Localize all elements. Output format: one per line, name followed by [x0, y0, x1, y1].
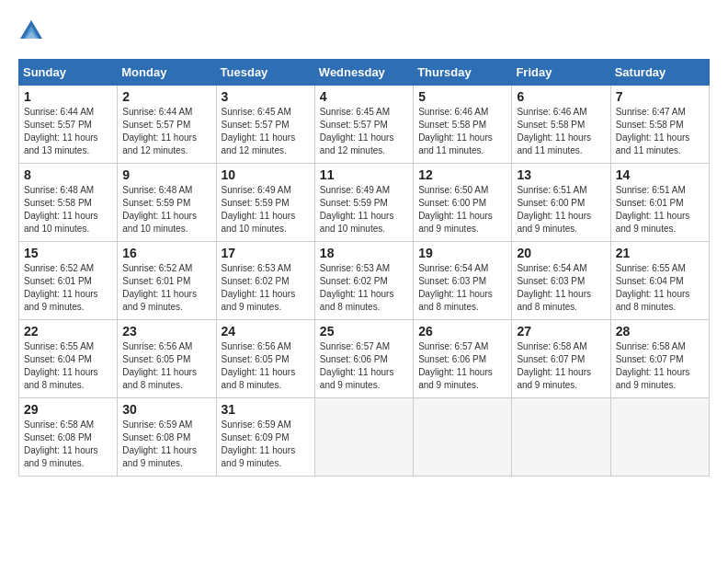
- day-number: 18: [320, 246, 408, 260]
- day-info: Sunrise: 6:58 AMSunset: 6:07 PMDaylight:…: [517, 341, 591, 390]
- calendar-day-cell: 7 Sunrise: 6:47 AMSunset: 5:58 PMDayligh…: [610, 86, 709, 164]
- calendar-day-cell: 6 Sunrise: 6:46 AMSunset: 5:58 PMDayligh…: [512, 86, 610, 164]
- calendar-day-cell: 31 Sunrise: 6:59 AMSunset: 6:09 PMDaylig…: [216, 398, 314, 477]
- calendar-day-cell: 26 Sunrise: 6:57 AMSunset: 6:06 PMDaylig…: [414, 320, 512, 398]
- calendar-week-row: 15 Sunrise: 6:52 AMSunset: 6:01 PMDaylig…: [19, 242, 710, 320]
- calendar-week-row: 29 Sunrise: 6:58 AMSunset: 6:08 PMDaylig…: [19, 398, 710, 477]
- page-header: [18, 18, 710, 44]
- day-info: Sunrise: 6:44 AMSunset: 5:57 PMDaylight:…: [122, 107, 197, 155]
- day-info: Sunrise: 6:46 AMSunset: 5:58 PMDaylight:…: [517, 107, 591, 155]
- day-info: Sunrise: 6:53 AMSunset: 6:02 PMDaylight:…: [222, 263, 296, 312]
- calendar-day-cell: 27 Sunrise: 6:58 AMSunset: 6:07 PMDaylig…: [512, 320, 610, 398]
- calendar-day-cell: 23 Sunrise: 6:56 AMSunset: 6:05 PMDaylig…: [118, 320, 216, 398]
- calendar-day-cell: 17 Sunrise: 6:53 AMSunset: 6:02 PMDaylig…: [216, 242, 314, 320]
- logo-icon: [18, 18, 44, 44]
- calendar-day-header: Thursday: [414, 60, 512, 86]
- calendar-day-cell: [414, 398, 512, 477]
- day-number: 11: [320, 167, 408, 182]
- day-info: Sunrise: 6:58 AMSunset: 6:07 PMDaylight:…: [616, 341, 690, 390]
- day-number: 28: [616, 324, 704, 339]
- day-number: 29: [24, 402, 112, 417]
- calendar-day-header: Friday: [512, 60, 610, 86]
- calendar-week-row: 22 Sunrise: 6:55 AMSunset: 6:04 PMDaylig…: [19, 320, 710, 398]
- calendar-table: SundayMondayTuesdayWednesdayThursdayFrid…: [18, 59, 710, 477]
- calendar-day-cell: 29 Sunrise: 6:58 AMSunset: 6:08 PMDaylig…: [19, 398, 118, 477]
- day-number: 8: [24, 167, 112, 182]
- day-number: 10: [222, 167, 310, 182]
- calendar-body: 1 Sunrise: 6:44 AMSunset: 5:57 PMDayligh…: [19, 86, 710, 477]
- day-number: 20: [517, 246, 605, 260]
- day-number: 24: [222, 324, 310, 339]
- calendar-day-cell: 19 Sunrise: 6:54 AMSunset: 6:03 PMDaylig…: [414, 242, 512, 320]
- day-number: 5: [418, 89, 506, 104]
- calendar-day-cell: 24 Sunrise: 6:56 AMSunset: 6:05 PMDaylig…: [216, 320, 314, 398]
- day-number: 1: [24, 89, 112, 104]
- day-info: Sunrise: 6:53 AMSunset: 6:02 PMDaylight:…: [320, 263, 394, 312]
- calendar-day-header: Monday: [118, 60, 216, 86]
- calendar-day-header: Tuesday: [216, 60, 314, 86]
- day-info: Sunrise: 6:49 AMSunset: 5:59 PMDaylight:…: [320, 185, 394, 234]
- calendar-day-header: Wednesday: [314, 60, 413, 86]
- calendar-day-cell: 18 Sunrise: 6:53 AMSunset: 6:02 PMDaylig…: [314, 242, 413, 320]
- day-info: Sunrise: 6:50 AMSunset: 6:00 PMDaylight:…: [418, 185, 493, 234]
- calendar-day-cell: 21 Sunrise: 6:55 AMSunset: 6:04 PMDaylig…: [610, 242, 709, 320]
- day-number: 15: [24, 246, 112, 260]
- calendar-day-cell: 12 Sunrise: 6:50 AMSunset: 6:00 PMDaylig…: [414, 164, 512, 242]
- calendar-day-cell: [512, 398, 610, 477]
- day-info: Sunrise: 6:51 AMSunset: 6:01 PMDaylight:…: [616, 185, 690, 234]
- calendar-day-cell: 2 Sunrise: 6:44 AMSunset: 5:57 PMDayligh…: [118, 86, 216, 164]
- day-info: Sunrise: 6:55 AMSunset: 6:04 PMDaylight:…: [24, 341, 98, 390]
- day-number: 13: [517, 167, 605, 182]
- calendar-day-cell: 14 Sunrise: 6:51 AMSunset: 6:01 PMDaylig…: [610, 164, 709, 242]
- calendar-week-row: 1 Sunrise: 6:44 AMSunset: 5:57 PMDayligh…: [19, 86, 710, 164]
- calendar-day-cell: [610, 398, 709, 477]
- day-info: Sunrise: 6:57 AMSunset: 6:06 PMDaylight:…: [418, 341, 493, 390]
- day-info: Sunrise: 6:54 AMSunset: 6:03 PMDaylight:…: [418, 263, 493, 312]
- day-info: Sunrise: 6:52 AMSunset: 6:01 PMDaylight:…: [122, 263, 197, 312]
- day-number: 31: [222, 402, 310, 417]
- day-info: Sunrise: 6:45 AMSunset: 5:57 PMDaylight:…: [320, 107, 394, 155]
- calendar-day-cell: 22 Sunrise: 6:55 AMSunset: 6:04 PMDaylig…: [19, 320, 118, 398]
- day-number: 6: [517, 89, 605, 104]
- calendar-day-cell: 25 Sunrise: 6:57 AMSunset: 6:06 PMDaylig…: [314, 320, 413, 398]
- day-info: Sunrise: 6:59 AMSunset: 6:09 PMDaylight:…: [222, 419, 296, 468]
- calendar-day-cell: 10 Sunrise: 6:49 AMSunset: 5:59 PMDaylig…: [216, 164, 314, 242]
- day-info: Sunrise: 6:48 AMSunset: 5:59 PMDaylight:…: [122, 185, 197, 234]
- day-number: 19: [418, 246, 506, 260]
- day-info: Sunrise: 6:45 AMSunset: 5:57 PMDaylight:…: [222, 107, 296, 155]
- calendar-day-cell: 28 Sunrise: 6:58 AMSunset: 6:07 PMDaylig…: [610, 320, 709, 398]
- day-info: Sunrise: 6:47 AMSunset: 5:58 PMDaylight:…: [616, 107, 690, 155]
- day-number: 4: [320, 89, 408, 104]
- day-info: Sunrise: 6:44 AMSunset: 5:57 PMDaylight:…: [24, 107, 98, 155]
- day-number: 30: [122, 402, 210, 417]
- calendar-day-cell: 30 Sunrise: 6:59 AMSunset: 6:08 PMDaylig…: [118, 398, 216, 477]
- day-info: Sunrise: 6:55 AMSunset: 6:04 PMDaylight:…: [616, 263, 690, 312]
- day-info: Sunrise: 6:57 AMSunset: 6:06 PMDaylight:…: [320, 341, 394, 390]
- calendar-day-cell: 3 Sunrise: 6:45 AMSunset: 5:57 PMDayligh…: [216, 86, 314, 164]
- day-number: 14: [616, 167, 704, 182]
- day-number: 2: [122, 89, 210, 104]
- day-info: Sunrise: 6:58 AMSunset: 6:08 PMDaylight:…: [24, 419, 98, 468]
- day-info: Sunrise: 6:51 AMSunset: 6:00 PMDaylight:…: [517, 185, 591, 234]
- calendar-day-cell: [314, 398, 413, 477]
- calendar-week-row: 8 Sunrise: 6:48 AMSunset: 5:58 PMDayligh…: [19, 164, 710, 242]
- day-number: 25: [320, 324, 408, 339]
- calendar-day-header: Saturday: [610, 60, 709, 86]
- calendar-day-cell: 20 Sunrise: 6:54 AMSunset: 6:03 PMDaylig…: [512, 242, 610, 320]
- day-info: Sunrise: 6:46 AMSunset: 5:58 PMDaylight:…: [418, 107, 493, 155]
- day-number: 26: [418, 324, 506, 339]
- day-number: 16: [122, 246, 210, 260]
- day-number: 21: [616, 246, 704, 260]
- calendar-day-cell: 16 Sunrise: 6:52 AMSunset: 6:01 PMDaylig…: [118, 242, 216, 320]
- day-number: 22: [24, 324, 112, 339]
- day-info: Sunrise: 6:52 AMSunset: 6:01 PMDaylight:…: [24, 263, 98, 312]
- calendar-day-header: Sunday: [19, 60, 118, 86]
- day-number: 27: [517, 324, 605, 339]
- calendar-day-cell: 13 Sunrise: 6:51 AMSunset: 6:00 PMDaylig…: [512, 164, 610, 242]
- day-info: Sunrise: 6:48 AMSunset: 5:58 PMDaylight:…: [24, 185, 98, 234]
- day-number: 3: [222, 89, 310, 104]
- day-number: 17: [222, 246, 310, 260]
- day-info: Sunrise: 6:56 AMSunset: 6:05 PMDaylight:…: [122, 341, 197, 390]
- day-number: 7: [616, 89, 704, 104]
- calendar-day-cell: 15 Sunrise: 6:52 AMSunset: 6:01 PMDaylig…: [19, 242, 118, 320]
